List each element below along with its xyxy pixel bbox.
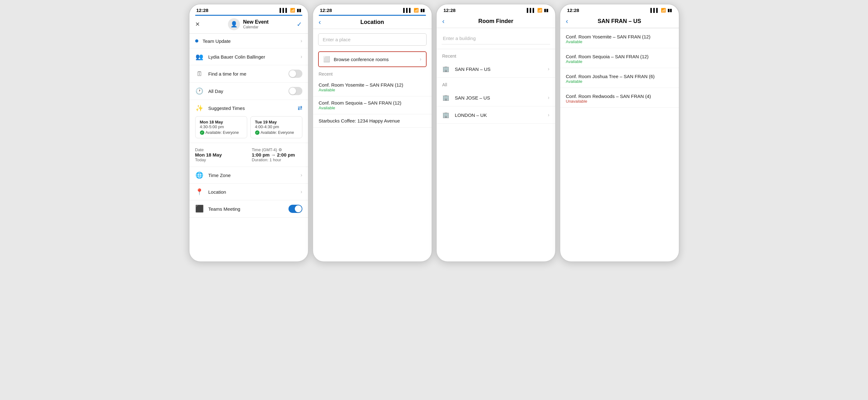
teams-icon: ⬛ [195, 205, 204, 213]
back-button-4[interactable]: ‹ [566, 17, 568, 26]
signal-icon-3: ▌▌▌ [527, 8, 536, 12]
timezone-settings-icon: ⚙ [278, 147, 282, 152]
room-item-1[interactable]: Conf. Room Yosemite – SAN FRAN (12) Avai… [560, 28, 679, 48]
building-item-1-text: SAN FRAN – US [455, 66, 544, 72]
location-header: ‹ Location [313, 16, 432, 29]
sanfran-title: SAN FRAN – US [597, 18, 641, 25]
time-card-2-date: Tue 19 May [255, 120, 298, 124]
room-item-3[interactable]: Conf. Room Joshua Tree – SAN FRAN (6) Av… [560, 68, 679, 88]
time-3: 12:28 [444, 7, 456, 13]
location-item-3-name: Starbucks Coffee: 1234 Happy Avenue [319, 118, 426, 124]
browse-rooms-label: Browse conference rooms [334, 57, 416, 62]
room-4-name: Conf. Room Redwoods – SAN FRAN (4) [566, 94, 673, 99]
location-row[interactable]: 📍 Location › [189, 184, 308, 200]
date-label: Date [195, 147, 246, 152]
screen3-room-finder: 12:28 ▌▌▌ 📶 ▮▮ ‹ Room Finder Enter a bui… [436, 4, 556, 262]
location-text: Location [209, 189, 297, 195]
battery-icon-2: ▮▮ [420, 8, 425, 12]
time-card-1[interactable]: Mon 18 May 4:30-5:00 pm Available: Every… [195, 116, 247, 138]
building-icon-3: 🏢 [442, 111, 451, 119]
teams-meeting-text: Teams Meeting [209, 206, 284, 212]
attendees-text: Lydia Bauer Colin Ballinger [209, 54, 297, 60]
screen1-new-event: 12:28 ▌▌▌ 📶 ▮▮ ✕ 👤 New Event Calendar ✓ … [189, 4, 309, 262]
room-item-4[interactable]: Conf. Room Redwoods – SAN FRAN (4) Unava… [560, 88, 679, 108]
time-card-2[interactable]: Tue 19 May 4:00-4:30 pm Available: Every… [250, 116, 302, 138]
event-name-row[interactable]: Team Update › [189, 34, 308, 48]
time-card-1-date: Mon 18 May [200, 120, 243, 124]
wifi-icon-3: 📶 [537, 8, 542, 12]
attendees-row[interactable]: 👥 Lydia Bauer Colin Ballinger › [189, 48, 308, 65]
find-time-row[interactable]: 🗓 Find a time for me [189, 65, 308, 82]
status-icons-1: ▌▌▌ 📶 ▮▮ [280, 8, 301, 12]
wifi-icon-2: 📶 [414, 8, 419, 12]
event-name-chevron: › [301, 38, 302, 44]
browse-rooms-chevron: › [420, 56, 421, 62]
building-search-placeholder: Enter a building [443, 36, 476, 41]
datetime-row: Date Mon 18 May Today Time (GMT-4) ⚙ 1:0… [189, 143, 308, 167]
building-item-1-chevron: › [548, 66, 549, 72]
find-time-icon: 🗓 [195, 70, 204, 77]
building-search-input[interactable]: Enter a building [442, 32, 550, 44]
location-chevron: › [301, 189, 302, 195]
location-item-1[interactable]: Conf. Room Yosemite – SAN FRAN (12) Avai… [313, 78, 432, 96]
room-3-status: Available [566, 79, 673, 84]
back-button-3[interactable]: ‹ [442, 17, 444, 26]
time-value: 1:00 pm → 2:00 pm [252, 152, 302, 158]
building-icon-2: 🏢 [442, 94, 451, 101]
confirm-icon[interactable]: ✓ [297, 21, 302, 28]
suggested-times-text: Suggested Times [209, 105, 293, 111]
sparkle-icon: ✨ [195, 104, 204, 112]
screen2-location: 12:28 ▌▌▌ 📶 ▮▮ ‹ Location Enter a place … [312, 4, 432, 262]
room-2-status: Available [566, 59, 673, 64]
all-day-row[interactable]: 🕐 All Day [189, 82, 308, 100]
back-button-2[interactable]: ‹ [319, 18, 321, 27]
suggested-times-row[interactable]: ✨ Suggested Times ⇄ [189, 100, 308, 113]
timezone-text: Time Zone [209, 173, 297, 178]
room-2-name: Conf. Room Sequoia – SAN FRAN (12) [566, 54, 673, 59]
timezone-chevron: › [301, 172, 302, 178]
time-label: Time (GMT-4) ⚙ [252, 147, 302, 152]
teams-meeting-row[interactable]: ⬛ Teams Meeting [189, 200, 308, 218]
building-item-2-chevron: › [548, 95, 549, 100]
status-bar-4: 12:28 ▌▌▌ 📶 ▮▮ [560, 4, 679, 15]
teams-meeting-toggle[interactable] [288, 205, 302, 213]
signal-icon-2: ▌▌▌ [403, 8, 412, 12]
recent-section-label: Recent [313, 67, 432, 78]
status-icons-2: ▌▌▌ 📶 ▮▮ [403, 8, 425, 12]
sanfran-header: ‹ SAN FRAN – US [560, 15, 679, 28]
date-value: Mon 18 May [195, 152, 246, 158]
time-1: 12:28 [196, 7, 209, 13]
location-pin-icon: 📍 [195, 188, 204, 196]
building-item-all-1[interactable]: 🏢 SAN JOSE – US › [437, 89, 555, 106]
wifi-icon-4: 📶 [661, 8, 666, 12]
location-search-input[interactable]: Enter a place [318, 33, 427, 46]
timezone-row[interactable]: 🌐 Time Zone › [189, 167, 308, 184]
building-item-all-2[interactable]: 🏢 LONDON – UK › [437, 106, 555, 124]
location-item-1-name: Conf. Room Yosemite – SAN FRAN (12) [319, 82, 426, 88]
location-item-3[interactable]: Starbucks Coffee: 1234 Happy Avenue [313, 114, 432, 128]
status-icons-4: ▌▌▌ 📶 ▮▮ [650, 8, 672, 12]
location-item-2-name: Conf. Room Sequoia – SAN FRAN (12) [319, 100, 426, 105]
event-subtitle: Calendar [243, 25, 269, 29]
room-item-2[interactable]: Conf. Room Sequoia – SAN FRAN (12) Avail… [560, 48, 679, 68]
location-item-2[interactable]: Conf. Room Sequoia – SAN FRAN (12) Avail… [313, 96, 432, 114]
room-3-name: Conf. Room Joshua Tree – SAN FRAN (6) [566, 74, 673, 79]
date-sub: Today [195, 158, 246, 162]
close-icon[interactable]: ✕ [195, 21, 200, 28]
avatar: 👤 [228, 18, 240, 30]
browse-rooms-button[interactable]: ⬜ Browse conference rooms › [318, 51, 427, 67]
people-icon: 👥 [195, 53, 204, 61]
room-1-status: Available [566, 39, 673, 44]
time-4: 12:28 [567, 7, 579, 13]
status-icons-3: ▌▌▌ 📶 ▮▮ [527, 8, 548, 12]
time-card-1-avail: Available: Everyone [200, 130, 243, 135]
room-finder-header: ‹ Room Finder [437, 15, 555, 28]
browse-rooms-icon: ⬜ [323, 56, 330, 63]
all-day-toggle[interactable] [288, 87, 302, 95]
building-item-recent-1[interactable]: 🏢 SAN FRAN – US › [437, 61, 555, 78]
find-time-toggle[interactable] [288, 70, 302, 78]
battery-icon-4: ▮▮ [668, 8, 672, 12]
status-bar-2: 12:28 ▌▌▌ 📶 ▮▮ [313, 4, 432, 15]
find-time-text: Find a time for me [209, 71, 284, 76]
status-bar-1: 12:28 ▌▌▌ 📶 ▮▮ [189, 4, 308, 15]
